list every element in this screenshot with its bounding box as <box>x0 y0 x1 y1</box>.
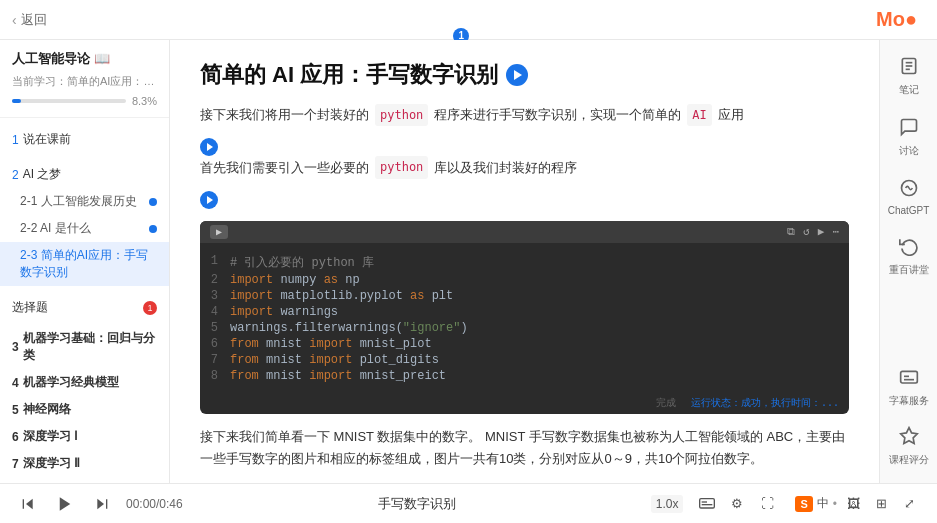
sidebar-item-2-3[interactable]: 2-3 简单的AI应用：手写数字识别 <box>0 242 169 286</box>
section-5-num: 5 <box>12 403 19 417</box>
rating-label: 课程评分 <box>889 453 929 467</box>
grid-icon[interactable]: ⊞ <box>869 492 893 516</box>
quiz-badge: 1 <box>143 301 157 315</box>
settings-btn[interactable]: ⚙ <box>725 492 749 516</box>
progress-text: 8.3% <box>132 95 157 107</box>
right-panel-replay[interactable]: 重百讲堂 <box>880 228 937 285</box>
section-1-num: 1 <box>12 133 19 147</box>
right-panel-bottom: 字幕服务 课程评分 <box>885 361 933 483</box>
section-6[interactable]: 6 深度学习 Ⅰ <box>0 423 169 450</box>
play-button[interactable] <box>52 491 78 517</box>
code-block-1-header: ▶ ⧉ ↺ ▶ ⋯ <box>200 221 849 243</box>
back-button[interactable]: ‹ 返回 <box>12 11 47 29</box>
section-quiz-label: 选择题 <box>12 299 48 316</box>
section-4[interactable]: 4 机器学习经典模型 <box>0 369 169 396</box>
svg-rect-14 <box>700 498 715 507</box>
sidebar-item-2-1[interactable]: 2-1 人工智能发展历史 <box>0 188 169 215</box>
para-2-play-button[interactable] <box>200 191 218 209</box>
current-lesson: 当前学习：简单的AI应用：手写... <box>0 72 169 93</box>
section-4-label: 机器学习经典模型 <box>23 374 119 391</box>
code-actions: ⧉ ↺ ▶ ⋯ <box>787 225 839 238</box>
sidebar-item-2-2-label: 2-2 AI 是什么 <box>20 220 91 237</box>
expand-icon[interactable]: ⤢ <box>897 492 921 516</box>
notes-icon <box>899 56 919 81</box>
copy-icon[interactable]: ⧉ <box>787 226 795 238</box>
sidebar-item-2-1-dot <box>149 198 157 206</box>
section-5[interactable]: 5 神经网络 <box>0 396 169 423</box>
settings-icon[interactable]: ⋯ <box>832 225 839 238</box>
code-line: 4 import warnings <box>200 304 849 320</box>
code-line: 1 # 引入必要的 python 库 <box>200 253 849 272</box>
lang-sep: • <box>833 497 837 511</box>
svg-marker-12 <box>97 498 104 509</box>
right-panel-notes[interactable]: 笔记 <box>880 48 937 105</box>
video-title: 手写数字识别 <box>195 495 639 513</box>
right-panel-rating[interactable]: 课程评分 <box>885 418 933 475</box>
code-run-info-2: 运行状态：成功，执行时间：... <box>691 398 839 409</box>
prev-button[interactable] <box>16 492 40 516</box>
section-6-num: 6 <box>12 430 19 444</box>
para-1-play-button[interactable] <box>200 138 218 156</box>
right-panel-subtitle[interactable]: 字幕服务 <box>885 361 933 416</box>
subtitle-label: 字幕服务 <box>889 394 929 408</box>
code-block-1: ▶ ⧉ ↺ ▶ ⋯ 1 # 引入必要的 python 库 2 import nu… <box>200 221 849 414</box>
section-quiz: 选择题 1 <box>0 290 169 325</box>
para-2-code: python <box>375 156 428 178</box>
para-1-text-b: 程序来进行手写数字识别，实现一个简单的 <box>434 104 681 126</box>
section-3[interactable]: 3 机器学习基础：回归与分类 <box>0 325 169 369</box>
refresh-icon[interactable]: ↺ <box>803 225 810 238</box>
para-1: 接下来我们将用一个封装好的 python 程序来进行手写数字识别，实现一个简单的… <box>200 104 849 126</box>
title-play-button[interactable] <box>506 64 528 86</box>
code-run-info: 完成 <box>656 398 676 409</box>
rating-icon <box>899 426 919 451</box>
content-area: 简单的 AI 应用：手写数字识别 接下来我们将用一个封装好的 python 程序… <box>170 40 879 483</box>
section-5-label: 神经网络 <box>23 401 71 418</box>
replay-icon <box>899 236 919 261</box>
s-logo: S <box>795 496 812 512</box>
code-block-1-body: 1 # 引入必要的 python 库 2 import numpy as np … <box>200 243 849 394</box>
content-title: 简单的 AI 应用：手写数字识别 <box>200 60 849 90</box>
video-time: 00:00/0:46 <box>126 497 183 511</box>
replay-label: 重百讲堂 <box>889 263 929 277</box>
video-controls-right: ⚙ ⛶ <box>695 492 779 516</box>
section-quiz-title[interactable]: 选择题 1 <box>0 294 169 321</box>
course-title: 人工智能导论 📖 <box>0 40 169 72</box>
para-2: 首先我们需要引入一些必要的 python 库以及我们封装好的程序 <box>200 156 849 178</box>
video-speed[interactable]: 1.0x <box>651 495 684 513</box>
fullscreen-btn[interactable]: ⛶ <box>755 492 779 516</box>
picture-icon[interactable]: 🖼 <box>841 492 865 516</box>
section-2-title[interactable]: 2 AI 之梦 <box>0 161 169 188</box>
section-7-num: 7 <box>12 457 19 471</box>
subtitle-btn[interactable] <box>695 492 719 516</box>
lang-toggle[interactable]: 中 <box>817 495 829 512</box>
section-1: 1 说在课前 <box>0 122 169 157</box>
section-2-num: 2 <box>12 168 19 182</box>
progress-bar-fill <box>12 99 21 103</box>
code-expand-btn[interactable]: ▶ <box>210 225 228 239</box>
back-label: 返回 <box>21 11 47 29</box>
code-line: 7 from mnist import plot_digits <box>200 352 849 368</box>
top-bar: ‹ 返回 1 Mo● <box>0 0 937 40</box>
right-panel-discuss[interactable]: 讨论 <box>880 109 937 166</box>
para-1-ai: AI <box>687 104 711 126</box>
sidebar-item-2-2[interactable]: 2-2 AI 是什么 <box>0 215 169 242</box>
discuss-label: 讨论 <box>899 144 919 158</box>
discuss-icon <box>899 117 919 142</box>
para-1-text-a: 接下来我们将用一个封装好的 <box>200 104 369 126</box>
right-panel: 笔记 讨论 ChatGPT <box>879 40 937 483</box>
svg-rect-5 <box>900 371 917 383</box>
section-6-label: 深度学习 Ⅰ <box>23 428 78 445</box>
right-panel-chatgpt[interactable]: ChatGPT <box>880 170 937 224</box>
divider <box>0 117 169 118</box>
main-layout: 人工智能导论 📖 当前学习：简单的AI应用：手写... 8.3% 1 说在课前 … <box>0 40 937 483</box>
progress-container: 8.3% <box>0 93 169 113</box>
sidebar-item-2-2-dot <box>149 225 157 233</box>
run-icon[interactable]: ▶ <box>818 225 825 238</box>
chatgpt-label: ChatGPT <box>888 205 930 216</box>
section-4-num: 4 <box>12 376 19 390</box>
section-1-title[interactable]: 1 说在课前 <box>0 126 169 153</box>
chatgpt-icon <box>899 178 919 203</box>
para-3-text: 接下来我们简单看一下 MNIST 数据集中的数字。 MNIST 手写数字数据集也… <box>200 426 849 470</box>
section-7[interactable]: 7 深度学习 Ⅱ <box>0 450 169 477</box>
next-button[interactable] <box>90 492 114 516</box>
